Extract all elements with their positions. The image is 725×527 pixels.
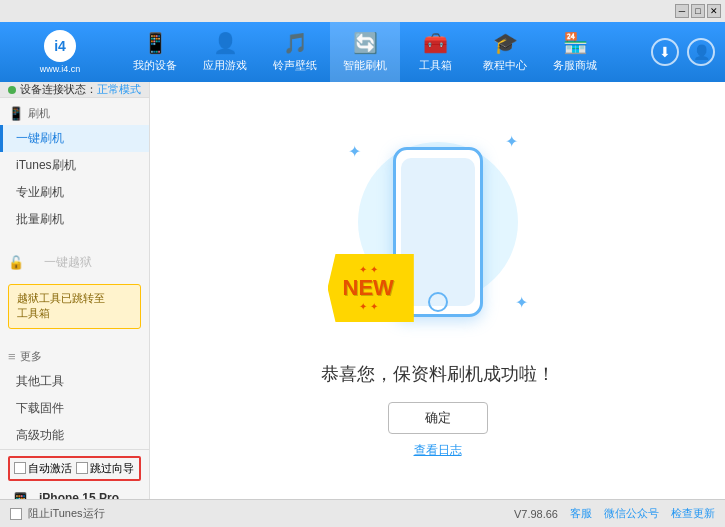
flash-section-icon: 📱 (8, 106, 24, 121)
device-name: iPhone 15 Pro Max (39, 491, 141, 499)
sidebar-one-key-flash[interactable]: 一键刷机 (0, 125, 149, 152)
nav-service[interactable]: 🏪 务服商城 (540, 22, 610, 82)
logo-website: www.i4.cn (40, 64, 81, 74)
device-info: 📱 iPhone 15 Pro Max 512GB iPhone (8, 487, 141, 499)
jailbreak-warning-text: 越狱工具已跳转至工具箱 (17, 292, 105, 319)
status-mode: 正常模式 (97, 82, 141, 97)
check-update-link[interactable]: 检查更新 (671, 506, 715, 521)
nav-tutorial[interactable]: 🎓 教程中心 (470, 22, 540, 82)
device-phone-icon: 📱 (8, 491, 33, 499)
statusbar-left: 阻止iTunes运行 (10, 506, 105, 521)
content-area: ✦ ✦ NEW ✦ ✦ ✦ ✦ ✦ 恭喜您，保资料刷机成功啦！ 确定 查看日志 (150, 82, 725, 499)
sidebar-itunes-flash[interactable]: iTunes刷机 (0, 152, 149, 179)
logo-icon: i4 (44, 30, 76, 62)
device-details: iPhone 15 Pro Max 512GB iPhone (39, 491, 141, 499)
success-illustration: ✦ ✦ NEW ✦ ✦ ✦ ✦ ✦ (338, 122, 538, 342)
jailbreak-warning: 越狱工具已跳转至工具箱 (8, 284, 141, 329)
customer-service-link[interactable]: 客服 (570, 506, 592, 521)
nav-smart-flash-label: 智能刷机 (343, 58, 387, 73)
log-link[interactable]: 查看日志 (414, 442, 462, 459)
apps-games-icon: 👤 (213, 31, 238, 55)
nav-right: ⬇ 👤 (651, 38, 725, 66)
download-firmware-label: 下载固件 (16, 400, 64, 417)
more-section: ≡ 更多 其他工具 下载固件 高级功能 (0, 345, 149, 449)
ringtones-icon: 🎵 (283, 31, 308, 55)
nav-my-device-label: 我的设备 (133, 58, 177, 73)
nav-my-device[interactable]: 📱 我的设备 (120, 22, 190, 82)
nav-apps-games[interactable]: 👤 应用游戏 (190, 22, 260, 82)
jailbreak-label: 一键越狱 (28, 249, 108, 276)
nav-toolbox[interactable]: 🧰 工具箱 (400, 22, 470, 82)
sparkle-2: ✦ (505, 132, 518, 151)
phone-home-button (428, 292, 448, 312)
one-key-flash-label: 一键刷机 (16, 130, 64, 147)
more-icon: ≡ (8, 349, 16, 364)
ribbon-text: NEW (343, 275, 394, 301)
device-area: 自动激活 跳过向导 📱 iPhone 15 Pro Max 512GB iPho… (0, 449, 149, 499)
statusbar: 阻止iTunes运行 V7.98.66 客服 微信公众号 检查更新 (0, 499, 725, 527)
advanced-label: 高级功能 (16, 427, 64, 444)
header: i4 www.i4.cn 📱 我的设备 👤 应用游戏 🎵 铃声壁纸 🔄 智能刷机… (0, 22, 725, 82)
titlebar: ─ □ ✕ (0, 0, 725, 22)
sidebar-pro-flash[interactable]: 专业刷机 (0, 179, 149, 206)
flash-section: 📱 刷机 一键刷机 iTunes刷机 专业刷机 批量刷机 (0, 102, 149, 233)
auto-activate-checkbox[interactable] (14, 462, 26, 474)
smart-flash-icon: 🔄 (353, 31, 378, 55)
guided-restore-checkbox[interactable] (76, 462, 88, 474)
no-itunes-checkbox[interactable] (10, 508, 22, 520)
sidebar-batch-flash[interactable]: 批量刷机 (0, 206, 149, 233)
main-layout: 设备连接状态： 正常模式 📱 刷机 一键刷机 iTunes刷机 专业刷机 批量刷… (0, 82, 725, 499)
statusbar-right: V7.98.66 客服 微信公众号 检查更新 (514, 506, 715, 521)
tutorial-icon: 🎓 (493, 31, 518, 55)
more-section-label: 更多 (20, 349, 42, 364)
flash-section-label: 刷机 (28, 106, 50, 121)
auto-controls: 自动激活 跳过向导 (8, 456, 141, 481)
toolbox-icon: 🧰 (423, 31, 448, 55)
batch-flash-label: 批量刷机 (16, 211, 64, 228)
guided-restore-label: 跳过向导 (90, 461, 134, 476)
nav-smart-flash[interactable]: 🔄 智能刷机 (330, 22, 400, 82)
jailbreak-section: 🔓 一键越狱 越狱工具已跳转至工具箱 (0, 245, 149, 333)
auto-activate-checkbox-item[interactable]: 自动激活 (14, 461, 72, 476)
sidebar-download-firmware[interactable]: 下载固件 (0, 395, 149, 422)
sidebar-other-tools[interactable]: 其他工具 (0, 368, 149, 395)
status-label: 设备连接状态： (20, 82, 97, 97)
status-indicator (8, 86, 16, 94)
pro-flash-label: 专业刷机 (16, 184, 64, 201)
jailbreak-section-header: 🔓 一键越狱 (0, 245, 149, 280)
ribbon-stars-bottom: ✦ ✦ (359, 301, 378, 312)
auto-activate-label: 自动激活 (28, 461, 72, 476)
jailbreak-icon: 🔓 (8, 255, 24, 270)
confirm-button[interactable]: 确定 (388, 402, 488, 434)
logo-area: i4 www.i4.cn (0, 22, 120, 82)
flash-section-header: 📱 刷机 (0, 102, 149, 125)
download-button[interactable]: ⬇ (651, 38, 679, 66)
guided-restore-checkbox-item[interactable]: 跳过向导 (76, 461, 134, 476)
nav-ringtones-label: 铃声壁纸 (273, 58, 317, 73)
other-tools-label: 其他工具 (16, 373, 64, 390)
nav-ringtones[interactable]: 🎵 铃声壁纸 (260, 22, 330, 82)
titlebar-minimize[interactable]: ─ (675, 4, 689, 18)
sidebar-status: 设备连接状态： 正常模式 (0, 82, 149, 98)
success-message: 恭喜您，保资料刷机成功啦！ (321, 362, 555, 386)
my-device-icon: 📱 (143, 31, 168, 55)
ribbon-stars-top: ✦ ✦ (359, 264, 378, 275)
service-icon: 🏪 (563, 31, 588, 55)
more-section-header: ≡ 更多 (0, 345, 149, 368)
nav-toolbox-label: 工具箱 (419, 58, 452, 73)
sidebar-advanced[interactable]: 高级功能 (0, 422, 149, 449)
new-ribbon: ✦ ✦ NEW ✦ ✦ (328, 254, 414, 322)
no-itunes-label: 阻止iTunes运行 (28, 506, 105, 521)
account-button[interactable]: 👤 (687, 38, 715, 66)
nav-tutorial-label: 教程中心 (483, 58, 527, 73)
itunes-flash-label: iTunes刷机 (16, 157, 76, 174)
titlebar-close[interactable]: ✕ (707, 4, 721, 18)
sparkle-3: ✦ (515, 293, 528, 312)
sidebar: 设备连接状态： 正常模式 📱 刷机 一键刷机 iTunes刷机 专业刷机 批量刷… (0, 82, 150, 499)
titlebar-maximize[interactable]: □ (691, 4, 705, 18)
nav-items: 📱 我的设备 👤 应用游戏 🎵 铃声壁纸 🔄 智能刷机 🧰 工具箱 🎓 教程中心… (120, 22, 651, 82)
nav-apps-games-label: 应用游戏 (203, 58, 247, 73)
sparkle-1: ✦ (348, 142, 361, 161)
wechat-link[interactable]: 微信公众号 (604, 506, 659, 521)
nav-service-label: 务服商城 (553, 58, 597, 73)
